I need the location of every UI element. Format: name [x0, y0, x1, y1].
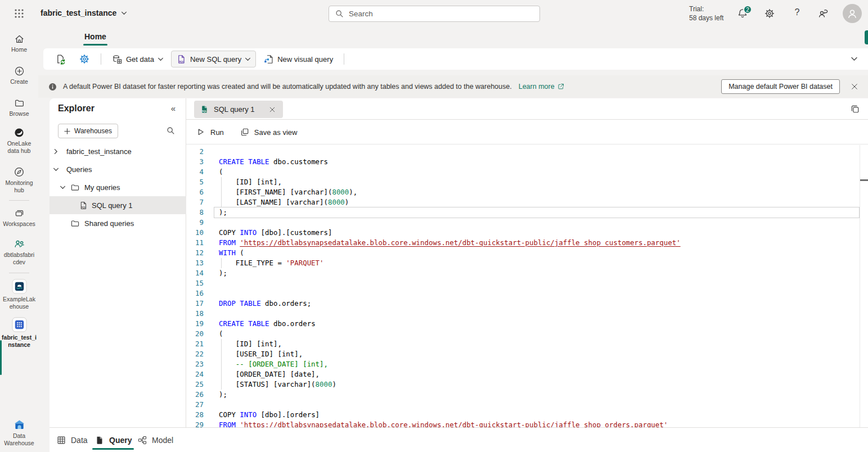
- code-line-14[interactable]: 14);: [186, 268, 868, 278]
- code-line-15[interactable]: 15: [186, 278, 868, 288]
- tab-home[interactable]: Home: [84, 32, 106, 46]
- trial-status: Trial: 58 days left: [689, 4, 723, 22]
- search-input[interactable]: [349, 10, 534, 18]
- code-line-9[interactable]: 9: [186, 218, 868, 228]
- chevron-down-icon: [53, 168, 59, 171]
- feedback-icon[interactable]: [817, 8, 829, 19]
- warehouses-label: Warehouses: [74, 127, 112, 135]
- view-switcher-bar: Data Query Model: [50, 427, 868, 452]
- code-line-24[interactable]: 24 [ORDER_DATE] [date],: [186, 369, 868, 379]
- code-line-10[interactable]: 10COPY INTO [dbo].[customers]: [186, 228, 868, 238]
- code-line-6[interactable]: 6 [FIRST_NAME] [varchar](8000),: [186, 187, 868, 197]
- code-line-12[interactable]: 12WITH (: [186, 248, 868, 258]
- person-icon: [846, 7, 858, 20]
- share-button[interactable]: Share: [865, 30, 868, 44]
- code-line-7[interactable]: 7 [LAST_NAME] [varchar](8000): [186, 197, 868, 207]
- settings-button[interactable]: [74, 51, 95, 67]
- explorer-search-icon[interactable]: [166, 126, 176, 135]
- code-line-13[interactable]: 13 FILE_TYPE = 'PARQUET': [186, 258, 868, 268]
- code-line-22[interactable]: 22 [USER_ID] [int],: [186, 349, 868, 359]
- rail-item-examplelakehouse[interactable]: ExampleLak ehouse: [0, 279, 38, 310]
- line-content: (: [219, 167, 223, 177]
- help-icon[interactable]: ?: [793, 7, 801, 17]
- rail-item-home[interactable]: Home: [0, 34, 38, 53]
- code-line-29[interactable]: 29FROM 'https://dbtlabsynapsedatalake.bl…: [186, 420, 868, 427]
- code-line-2[interactable]: 2: [186, 147, 868, 157]
- rail-item-create[interactable]: Create: [0, 66, 38, 85]
- line-number: 24: [186, 369, 204, 379]
- manage-default-dataset-button[interactable]: Manage default Power BI dataset: [721, 79, 840, 94]
- account-avatar[interactable]: [843, 4, 862, 23]
- close-tab-icon[interactable]: [268, 106, 276, 114]
- learn-more-link[interactable]: Learn more: [519, 83, 565, 91]
- data-grid-icon: [56, 435, 66, 445]
- code-line-17[interactable]: 17DROP TABLE dbo.orders;: [186, 299, 868, 309]
- code-line-25[interactable]: 25 [STATUS] [varchar](8000): [186, 379, 868, 390]
- code-line-11[interactable]: 11FROM 'https://dbtlabsynapsedatalake.bl…: [186, 238, 868, 248]
- tree-item-my-queries[interactable]: My queries: [50, 178, 186, 196]
- chevron-down-icon: [245, 57, 251, 61]
- line-number: 12: [186, 248, 204, 258]
- sql-code-editor[interactable]: 23CREATE TABLE dbo.customers4(5 [ID] [in…: [186, 145, 868, 427]
- view-tab-label: Model: [152, 436, 173, 445]
- editor-overview-ruler[interactable]: [860, 145, 868, 427]
- line-number: 23: [186, 359, 204, 369]
- new-sql-query-label: New SQL query: [190, 55, 241, 64]
- rail-label: Monitoring: [0, 179, 38, 187]
- line-number: 27: [186, 400, 204, 410]
- code-line-18[interactable]: 18: [186, 309, 868, 319]
- line-number: 29: [186, 420, 204, 427]
- rail-item-workspaces[interactable]: Workspaces: [0, 208, 38, 228]
- code-line-27[interactable]: 27: [186, 400, 868, 410]
- rail-label: data hub: [0, 147, 38, 155]
- refresh-button[interactable]: [50, 51, 71, 67]
- copy-icon[interactable]: [850, 104, 860, 114]
- view-tab-data[interactable]: Data: [56, 428, 88, 452]
- rail-item-dbtlabsfabricdev[interactable]: dbtlabsfabri cdev: [0, 238, 38, 266]
- code-line-19[interactable]: 19CREATE TABLE dbo.orders: [186, 319, 868, 329]
- code-line-21[interactable]: 21 [ID] [int],: [186, 339, 868, 349]
- tree-label: Shared queries: [84, 219, 134, 228]
- settings-gear-icon[interactable]: [764, 8, 775, 19]
- code-line-16[interactable]: 16: [186, 288, 868, 299]
- tree-item-shared-queries[interactable]: Shared queries: [50, 214, 186, 232]
- rail-item-fabric-test-instance[interactable]: fabric_test_i nstance: [0, 317, 38, 349]
- code-line-4[interactable]: 4(: [186, 167, 868, 177]
- save-as-view-button[interactable]: Save as view: [240, 127, 298, 137]
- banner-close-icon[interactable]: [850, 82, 859, 91]
- code-line-3[interactable]: 3CREATE TABLE dbo.customers: [186, 157, 868, 167]
- code-line-8[interactable]: 8);: [186, 207, 868, 218]
- code-line-20[interactable]: 20(: [186, 329, 868, 339]
- search-icon: [335, 9, 344, 19]
- collapse-ribbon-chevron-icon[interactable]: [851, 57, 858, 61]
- line-content: CREATE TABLE dbo.customers: [219, 157, 328, 167]
- people-icon: [14, 238, 25, 250]
- code-line-28[interactable]: 28COPY INTO [dbo].[orders]: [186, 410, 868, 420]
- code-line-5[interactable]: 5 [ID] [int],: [186, 177, 868, 187]
- sql-document-icon: [200, 105, 209, 114]
- line-number: 8: [186, 207, 204, 218]
- line-number: 7: [186, 197, 204, 207]
- view-tab-query[interactable]: Query: [95, 428, 132, 452]
- add-warehouses-button[interactable]: Warehouses: [58, 124, 118, 138]
- rail-item-onelake-data-hub[interactable]: OneLake data hub: [0, 127, 38, 155]
- rail-item-monitoring-hub[interactable]: Monitoring hub: [0, 166, 38, 194]
- tab-sql-query-1[interactable]: SQL query 1: [194, 101, 283, 118]
- run-button[interactable]: Run: [196, 127, 224, 137]
- new-sql-query-button[interactable]: New SQL query: [171, 51, 256, 67]
- rail-item-data-warehouse[interactable]: Data Warehouse: [0, 419, 38, 447]
- get-data-button[interactable]: Get data: [107, 51, 169, 67]
- code-line-26[interactable]: 26);: [186, 390, 868, 400]
- workspace-switcher[interactable]: fabric_test_instance: [41, 8, 127, 17]
- code-line-23[interactable]: 23 -- [ORDER_DATE] [int],: [186, 359, 868, 369]
- tree-item-queries[interactable]: Queries: [50, 160, 186, 178]
- global-search[interactable]: [329, 6, 540, 22]
- tree-item-sql-query-1[interactable]: SQL query 1: [50, 196, 186, 214]
- app-launcher-icon[interactable]: [14, 8, 25, 19]
- new-visual-query-button[interactable]: New visual query: [258, 51, 338, 67]
- tree-item-warehouse-root[interactable]: fabric_test_instance: [50, 142, 186, 160]
- line-number: 25: [186, 379, 204, 390]
- collapse-panel-icon[interactable]: «: [171, 103, 176, 113]
- rail-item-browse[interactable]: Browse: [0, 98, 38, 117]
- view-tab-model[interactable]: Model: [137, 428, 173, 452]
